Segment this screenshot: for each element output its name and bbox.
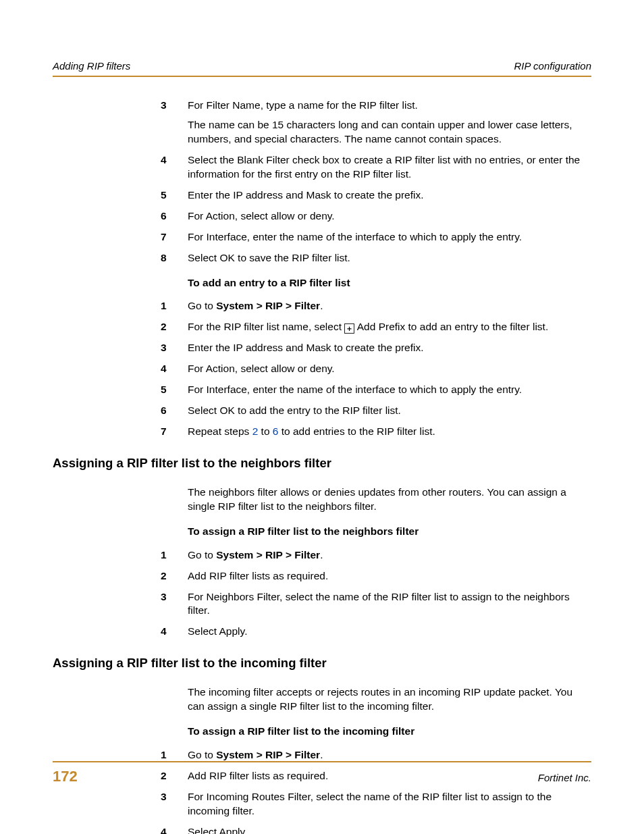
step-text: The name can be 15 characters long and c… [188, 118, 591, 147]
step-5: 5 Enter the IP address and Mask to creat… [161, 188, 591, 203]
step-text: For the RIP filter list name, select ＋ A… [188, 320, 591, 334]
step-text: For Filter Name, type a name for the RIP… [188, 99, 591, 113]
footer-rule [53, 761, 591, 762]
step-number: 7 [161, 230, 188, 244]
step-text: Select OK to add the entry to the RIP fi… [188, 404, 591, 418]
add-entry-step-5: 5 For Interface, enter the name of the i… [161, 383, 591, 397]
procedure-title: To assign a RIP filter list to the incom… [188, 725, 591, 739]
step-text: Select OK to save the RIP filter list. [188, 251, 591, 265]
nav-path: System > RIP > Filter [216, 300, 320, 311]
header-left: Adding RIP filters [53, 59, 130, 73]
step-body: Add RIP filter lists as required. [188, 569, 591, 583]
header-rule [53, 76, 591, 77]
add-entry-step-4: 4 For Action, select allow or deny. [161, 362, 591, 376]
step-body: Select Apply. [188, 825, 591, 834]
text-fragment: . [320, 549, 323, 561]
add-entry-step-6: 6 Select OK to add the entry to the RIP … [161, 404, 591, 418]
step-number: 3 [161, 99, 188, 147]
step-body: For Filter Name, type a name for the RIP… [188, 99, 591, 147]
step-body: For Action, select allow or deny. [188, 209, 591, 224]
step-body: Enter the IP address and Mask to create … [188, 188, 591, 203]
step-number: 4 [161, 153, 188, 182]
step-text: Enter the IP address and Mask to create … [188, 341, 591, 355]
procedure-title: To add an entry to a RIP filter list [188, 276, 591, 290]
step-text: For Incoming Routes Filter, select the n… [188, 790, 591, 818]
step-body: For Interface, enter the name of the int… [188, 383, 591, 397]
text-fragment: to add entries to the RIP filter list. [278, 425, 435, 437]
step-crossref-link[interactable]: 2 [252, 425, 259, 437]
step-6: 6 For Action, select allow or deny. [161, 209, 591, 224]
text-fragment: . [320, 749, 323, 760]
step-text: Repeat steps 2 to 6 to add entries to th… [188, 425, 591, 439]
step-text: Select Apply. [188, 825, 591, 834]
neighbors-step-4: 4 Select Apply. [161, 625, 591, 639]
step-text: Enter the IP address and Mask to create … [188, 188, 591, 203]
step-number: 5 [161, 383, 188, 397]
step-text: For Interface, enter the name of the int… [188, 383, 591, 397]
step-body: For Incoming Routes Filter, select the n… [188, 790, 591, 818]
neighbors-step-2: 2 Add RIP filter lists as required. [161, 569, 591, 583]
step-text: Go to System > RIP > Filter. [188, 299, 591, 313]
step-3: 3 For Filter Name, type a name for the R… [161, 99, 591, 147]
add-entry-steps: 1 Go to System > RIP > Filter. 2 For the… [161, 299, 591, 438]
step-number: 7 [161, 425, 188, 439]
step-list-continue: 3 For Filter Name, type a name for the R… [161, 99, 591, 265]
step-body: Go to System > RIP > Filter. [188, 748, 591, 762]
step-text: Go to System > RIP > Filter. [188, 548, 591, 563]
neighbors-steps: 1 Go to System > RIP > Filter. 2 Add RIP… [161, 548, 591, 640]
section-heading-neighbors: Assigning a RIP filter list to the neigh… [53, 455, 591, 472]
step-text: Select the Blank Filter check box to cre… [188, 153, 591, 182]
add-prefix-icon: ＋ [344, 323, 354, 334]
step-body: Go to System > RIP > Filter. [188, 299, 591, 313]
running-header: Adding RIP filters RIP configuration [53, 59, 591, 73]
text-fragment: Go to [188, 749, 216, 760]
text-fragment: Go to [188, 300, 216, 311]
step-text: For Action, select allow or deny. [188, 362, 591, 376]
section-intro: The neighbors filter allows or denies up… [188, 486, 591, 514]
step-number: 5 [161, 188, 188, 203]
step-body: For Neighbors Filter, select the name of… [188, 590, 591, 619]
add-entry-step-3: 3 Enter the IP address and Mask to creat… [161, 341, 591, 355]
content-area: 3 For Filter Name, type a name for the R… [161, 99, 591, 834]
step-text: For Neighbors Filter, select the name of… [188, 590, 591, 619]
step-body: For the RIP filter list name, select ＋ A… [188, 320, 591, 334]
neighbors-step-1: 1 Go to System > RIP > Filter. [161, 548, 591, 563]
footer-company: Fortinet Inc. [538, 771, 591, 785]
step-text: For Action, select allow or deny. [188, 209, 591, 224]
section-intro: The incoming filter accepts or rejects r… [188, 685, 591, 714]
incoming-step-1: 1 Go to System > RIP > Filter. [161, 748, 591, 762]
text-fragment: Repeat steps [188, 425, 252, 437]
text-fragment: Go to [188, 549, 216, 561]
procedure-title: To assign a RIP filter list to the neigh… [188, 525, 591, 539]
page-footer: 172 Fortinet Inc. [53, 761, 591, 787]
text-fragment: . [320, 300, 323, 311]
section-heading-incoming: Assigning a RIP filter list to the incom… [53, 655, 591, 672]
step-text: For Interface, enter the name of the int… [188, 230, 591, 244]
page: Adding RIP filters RIP configuration 3 F… [0, 0, 644, 834]
text-fragment: For the RIP filter list name, select [188, 321, 344, 332]
add-entry-step-1: 1 Go to System > RIP > Filter. [161, 299, 591, 313]
step-text: Go to System > RIP > Filter. [188, 748, 591, 762]
step-body: Select OK to add the entry to the RIP fi… [188, 404, 591, 418]
text-fragment: to [258, 425, 273, 437]
text-fragment: Add Prefix to add an entry to the filter… [354, 321, 548, 332]
step-number: 1 [161, 548, 188, 563]
step-body: Select OK to save the RIP filter list. [188, 251, 591, 265]
incoming-step-4: 4 Select Apply. [161, 825, 591, 834]
step-body: Select Apply. [188, 625, 591, 639]
step-body: For Action, select allow or deny. [188, 362, 591, 376]
add-entry-step-7: 7 Repeat steps 2 to 6 to add entries to … [161, 425, 591, 439]
add-entry-step-2: 2 For the RIP filter list name, select ＋… [161, 320, 591, 334]
step-number: 3 [161, 590, 188, 619]
step-number: 6 [161, 209, 188, 224]
step-7: 7 For Interface, enter the name of the i… [161, 230, 591, 244]
nav-path: System > RIP > Filter [216, 749, 320, 760]
step-body: Enter the IP address and Mask to create … [188, 341, 591, 355]
step-number: 1 [161, 748, 188, 762]
neighbors-step-3: 3 For Neighbors Filter, select the name … [161, 590, 591, 619]
step-number: 4 [161, 362, 188, 376]
step-text: Add RIP filter lists as required. [188, 569, 591, 583]
header-right: RIP configuration [514, 59, 591, 73]
nav-path: System > RIP > Filter [216, 549, 320, 561]
step-number: 3 [161, 341, 188, 355]
